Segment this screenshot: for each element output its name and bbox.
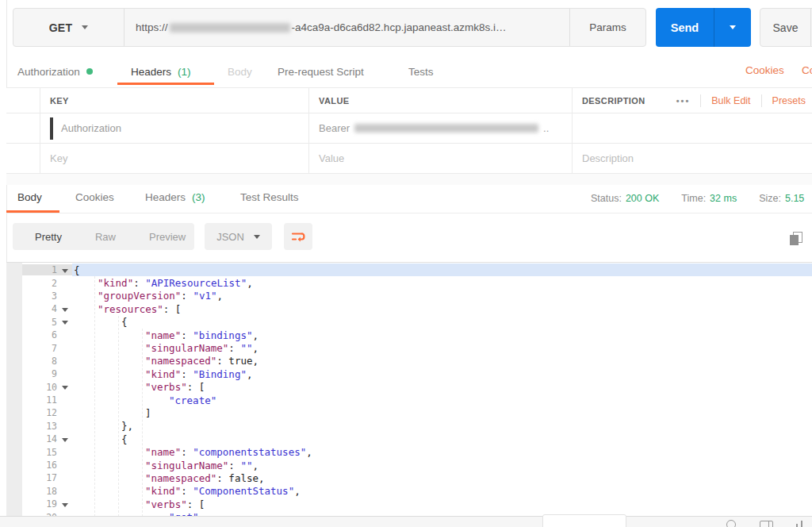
- line-number[interactable]: 15: [22, 447, 72, 458]
- code-line: 1{: [6, 264, 812, 276]
- code-text: "kind": "ComponentStatus",: [72, 485, 812, 498]
- tab-body[interactable]: Body: [228, 60, 252, 83]
- code-line: 11"create": [6, 394, 812, 406]
- code-line: 9"kind": "Binding",: [6, 367, 812, 380]
- format-dropdown[interactable]: JSON: [205, 223, 272, 250]
- response-body-editor[interactable]: 1{2"kind": "APIResourceList",3"groupVers…: [6, 262, 812, 517]
- line-number[interactable]: 6: [22, 329, 72, 340]
- fold-arrow-icon[interactable]: [62, 269, 68, 273]
- header-description-cell[interactable]: [573, 113, 812, 143]
- tab-authorization[interactable]: Authorization: [17, 60, 93, 83]
- request-tabs: Authorization Headers (1) Body Pre-reque…: [0, 60, 812, 85]
- line-number[interactable]: 16: [22, 460, 72, 471]
- line-number[interactable]: 13: [22, 421, 72, 432]
- response-tab-test-results[interactable]: Test Results: [240, 185, 299, 209]
- response-tab-headers[interactable]: Headers (3): [145, 185, 205, 209]
- response-meta: Status:200 OK Time:32 ms Size:5.15: [591, 185, 804, 211]
- line-number[interactable]: 8: [22, 356, 72, 367]
- code-line: 5{: [6, 316, 812, 329]
- status-value: 200 OK: [626, 193, 659, 204]
- active-tab-underline: [117, 83, 214, 85]
- fold-arrow-icon[interactable]: [62, 321, 68, 325]
- response-headers-count-badge: (3): [192, 191, 205, 203]
- code-text: "resources": [: [72, 302, 812, 315]
- new-description-cell[interactable]: Description: [573, 144, 812, 173]
- headers-count-badge: (1): [178, 66, 191, 78]
- code-text: "singularName": "",: [72, 341, 812, 354]
- tab-pre-request-script[interactable]: Pre-request Script: [278, 60, 364, 83]
- line-number[interactable]: 4: [22, 303, 72, 314]
- row-select-cell[interactable]: [6, 113, 40, 143]
- fold-arrow-icon[interactable]: [62, 308, 68, 312]
- new-value-cell[interactable]: Value: [309, 144, 573, 173]
- fold-arrow-icon[interactable]: [62, 503, 68, 507]
- mode-pretty[interactable]: Pretty: [35, 231, 62, 243]
- line-number[interactable]: 5: [22, 317, 72, 328]
- url-input[interactable]: https:// -a4ca9a-d6ca6d82.hcp.japaneast.…: [124, 9, 570, 46]
- wrap-text-button[interactable]: [284, 223, 312, 250]
- url-prefix: https://: [136, 21, 168, 33]
- save-button-group: Save: [760, 8, 812, 47]
- code-text: },: [72, 420, 812, 433]
- bottom-bar-button[interactable]: [542, 514, 626, 527]
- overflow-menu-icon[interactable]: •••: [676, 96, 691, 106]
- line-number[interactable]: 10: [22, 382, 72, 393]
- line-number[interactable]: 9: [22, 368, 72, 379]
- code-link[interactable]: Code: [802, 64, 812, 76]
- drag-handle[interactable]: [50, 117, 53, 140]
- code-line: 14{: [6, 433, 812, 445]
- code-line: 19"verbs": [: [6, 498, 812, 510]
- code-line: 15"name": "componentstatuses",: [6, 445, 812, 458]
- code-line: 13},: [6, 420, 812, 433]
- presets-button[interactable]: Presets: [772, 95, 806, 106]
- fold-arrow-icon[interactable]: [62, 386, 68, 390]
- view-mode-group: Pretty Raw Preview: [13, 223, 194, 250]
- new-key-cell[interactable]: Key: [40, 144, 309, 173]
- bottom-status-bar: [0, 516, 812, 527]
- url-builder: GET https:// -a4ca9a-d6ca6d82.hcp.japane…: [13, 8, 646, 47]
- response-tab-cookies[interactable]: Cookies: [75, 185, 114, 209]
- console-icon[interactable]: [795, 520, 804, 527]
- method-dropdown[interactable]: GET: [13, 9, 124, 46]
- line-number[interactable]: 1: [22, 264, 72, 275]
- column-header-key: KEY: [40, 88, 309, 113]
- line-number[interactable]: 11: [22, 394, 72, 406]
- url-redacted-segment: [170, 23, 290, 33]
- tab-headers[interactable]: Headers (1): [131, 60, 191, 83]
- line-number[interactable]: 12: [22, 407, 72, 418]
- line-number[interactable]: 3: [22, 290, 72, 302]
- params-button[interactable]: Params: [570, 9, 645, 46]
- send-options-button[interactable]: [714, 8, 751, 47]
- line-number[interactable]: 7: [22, 343, 72, 354]
- code-text: ]: [72, 406, 812, 419]
- line-number[interactable]: 18: [22, 486, 72, 497]
- chevron-down-icon: [730, 25, 736, 29]
- code-line: 16"singularName": "",: [6, 459, 812, 471]
- mode-preview[interactable]: Preview: [149, 231, 186, 243]
- code-text: "kind": "Binding",: [72, 367, 812, 380]
- layout-panel-icon[interactable]: [760, 521, 773, 527]
- search-icon[interactable]: [726, 520, 736, 527]
- response-tab-body[interactable]: Body: [17, 185, 42, 209]
- fold-arrow-icon[interactable]: [62, 438, 68, 442]
- response-tabs: Body Cookies Headers (3) Test Results St…: [6, 185, 812, 213]
- row-select-cell[interactable]: [6, 144, 40, 173]
- cookies-link[interactable]: Cookies: [745, 64, 784, 76]
- code-line: 2"kind": "APIResourceList",: [6, 276, 812, 289]
- send-button[interactable]: Send: [656, 8, 714, 47]
- copy-response-button[interactable]: [790, 232, 803, 247]
- mode-raw[interactable]: Raw: [95, 231, 116, 243]
- header-key-cell[interactable]: Authorization: [40, 113, 309, 143]
- line-number[interactable]: 19: [22, 498, 72, 510]
- line-number[interactable]: 14: [22, 433, 72, 444]
- bulk-edit-button[interactable]: Bulk Edit: [711, 95, 750, 106]
- tab-tests[interactable]: Tests: [408, 60, 434, 83]
- header-value-cell[interactable]: Bearer ..: [309, 113, 573, 143]
- code-line: 7"singularName": "",: [6, 341, 812, 354]
- code-line: 3"groupVersion": "v1",: [6, 290, 812, 302]
- line-number[interactable]: 17: [22, 472, 72, 483]
- table-header-row: KEY VALUE DESCRIPTION ••• Bulk Edit Pres…: [6, 87, 812, 113]
- save-button[interactable]: Save: [760, 9, 810, 46]
- table-row-empty: Key Value Description: [6, 144, 812, 174]
- line-number[interactable]: 2: [22, 278, 72, 289]
